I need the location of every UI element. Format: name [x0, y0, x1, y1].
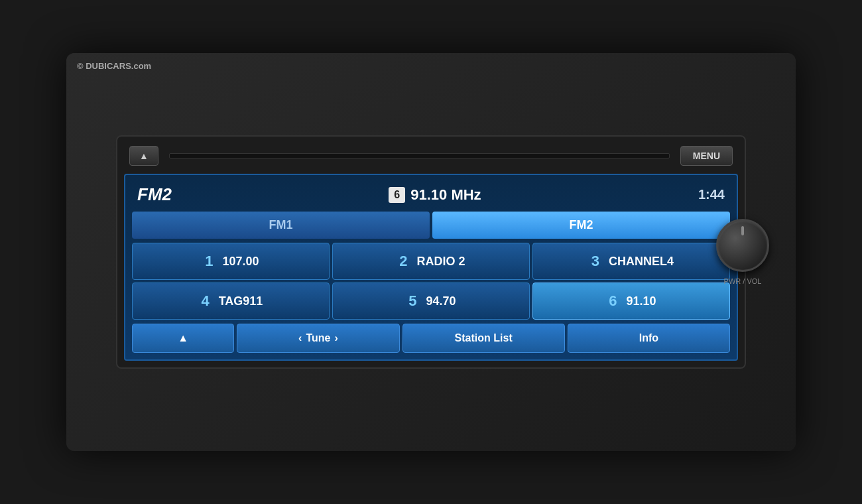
info-button[interactable]: Info — [568, 324, 730, 353]
preset-6-name: 91.10 — [626, 294, 656, 308]
cd-slot — [169, 153, 670, 158]
preset-3[interactable]: 3 CHANNEL4 — [532, 243, 730, 280]
menu-button[interactable]: MENU — [680, 146, 733, 166]
screen-header: FM2 6 91.10 MHz 1:44 — [132, 182, 730, 208]
volume-knob[interactable] — [716, 219, 769, 272]
presets-row-2: 4 TAG911 5 94.70 6 91.10 — [132, 283, 730, 320]
tune-label: Tune — [306, 332, 330, 344]
watermark: © DUBICARS.com — [77, 61, 151, 71]
preset-4-name: TAG911 — [219, 294, 263, 308]
right-panel: PWR / VOL — [716, 219, 769, 285]
head-unit-body: ▲ MENU FM2 6 91.10 MHz 1:44 FM1 FM2 — [116, 135, 746, 369]
tab-fm1[interactable]: FM1 — [132, 212, 430, 239]
car-head-unit: © DUBICARS.com ▲ MENU FM2 6 91.10 MHz 1:… — [66, 53, 796, 451]
station-frequency: 91.10 MHz — [410, 186, 481, 204]
tune-button[interactable]: ‹ Tune › — [237, 324, 399, 353]
preset-1-num: 1 — [202, 253, 216, 270]
preset-4-num: 4 — [199, 292, 212, 310]
band-label: FM2 — [137, 184, 172, 205]
presets-grid: 1 107.00 2 RADIO 2 3 CHANNEL4 4 — [132, 243, 730, 320]
preset-1[interactable]: 1 107.00 — [132, 243, 330, 280]
tune-prev-icon: ‹ — [298, 332, 302, 344]
preset-5-num: 5 — [406, 292, 419, 310]
station-list-button[interactable]: Station List — [402, 324, 565, 353]
pwr-vol-label: PWR / VOL — [724, 277, 762, 285]
tune-next-icon: › — [334, 332, 338, 344]
radio-screen: FM2 6 91.10 MHz 1:44 FM1 FM2 1 107.00 — [124, 174, 738, 361]
station-info: 6 91.10 MHz — [389, 186, 481, 204]
preset-1-name: 107.00 — [222, 255, 259, 269]
presets-row-1: 1 107.00 2 RADIO 2 3 CHANNEL4 — [132, 243, 730, 280]
top-controls-bar: ▲ MENU — [124, 143, 738, 168]
time-display: 1:44 — [698, 187, 725, 202]
preset-5[interactable]: 5 94.70 — [332, 283, 530, 320]
preset-3-num: 3 — [589, 253, 602, 270]
preset-3-name: CHANNEL4 — [609, 255, 674, 269]
preset-6[interactable]: 6 91.10 — [532, 283, 730, 320]
bottom-controls: ▲ ‹ Tune › Station List Info — [132, 324, 730, 353]
station-number-box: 6 — [389, 187, 405, 203]
preset-6-num: 6 — [606, 292, 619, 310]
preset-2-name: RADIO 2 — [416, 255, 465, 269]
bookmark-button[interactable]: ▲ — [132, 324, 234, 353]
preset-2[interactable]: 2 RADIO 2 — [332, 243, 530, 280]
eject-button[interactable]: ▲ — [129, 146, 158, 166]
tab-fm2[interactable]: FM2 — [432, 212, 730, 239]
preset-5-name: 94.70 — [426, 294, 456, 308]
preset-4[interactable]: 4 TAG911 — [132, 283, 330, 320]
preset-2-num: 2 — [397, 253, 410, 270]
band-tabs: FM1 FM2 — [132, 212, 730, 239]
